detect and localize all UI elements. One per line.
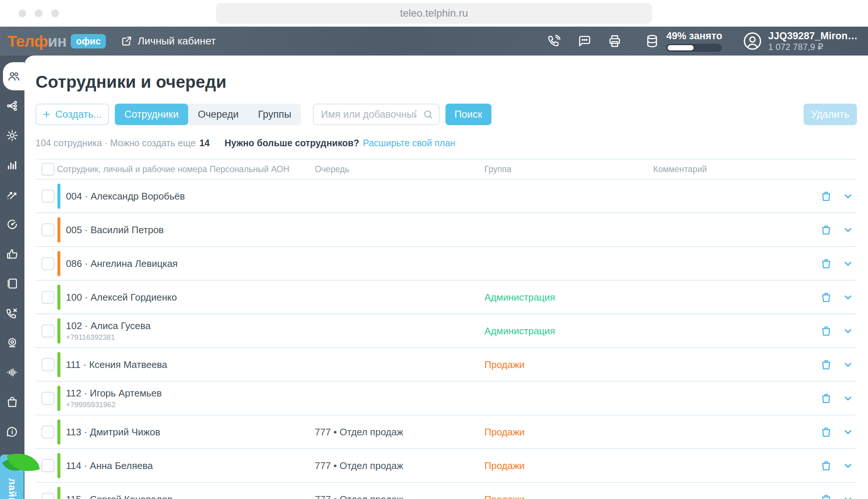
expand-row-icon[interactable]	[843, 494, 853, 499]
group-cell: Продажи	[484, 359, 525, 370]
employee-name: 115 · Сергей Коновалов	[66, 493, 173, 499]
delete-button[interactable]: Удалить	[804, 104, 857, 125]
row-checkbox[interactable]	[41, 493, 54, 499]
status-bar	[57, 184, 60, 209]
table-row[interactable]: 086 · Ангелина Левицкая	[36, 247, 857, 281]
sidebar-item-help[interactable]	[0, 417, 24, 446]
row-checkbox[interactable]	[41, 291, 54, 304]
phone-icon[interactable]	[547, 34, 561, 48]
table-row[interactable]: 113 · Дмитрий Чижов 777 • Отдел продаж П…	[36, 415, 857, 449]
address-bar[interactable]: teleo.telphin.ru	[216, 3, 652, 24]
create-button[interactable]: + Создать...	[36, 104, 109, 125]
avatar-icon	[743, 31, 762, 51]
delete-row-icon[interactable]	[820, 291, 832, 304]
sidebar-item-statistics[interactable]	[0, 150, 24, 180]
status-bar	[57, 352, 60, 377]
table-row[interactable]: 111 · Ксения Матвеева Продажи	[36, 348, 857, 382]
window-controls[interactable]	[19, 10, 59, 17]
tab-queues[interactable]: Очереди	[188, 104, 248, 125]
delete-row-icon[interactable]	[820, 224, 832, 236]
window-dot[interactable]	[51, 10, 59, 17]
sidebar-item-quality[interactable]	[0, 239, 24, 269]
printer-icon[interactable]	[608, 34, 622, 48]
delete-row-icon[interactable]	[820, 392, 832, 405]
row-checkbox[interactable]	[41, 392, 54, 405]
plus-icon: +	[43, 108, 50, 120]
delete-row-icon[interactable]	[820, 426, 832, 438]
employee-name: 004 · Александр Воробьёв	[66, 190, 185, 202]
expand-row-icon[interactable]	[843, 461, 853, 471]
delete-row-icon[interactable]	[820, 459, 832, 472]
table-row[interactable]: 112 · Игорь Артемьев +79995931962	[36, 382, 857, 415]
table-row[interactable]: 004 · Александр Воробьёв	[36, 180, 857, 213]
expand-row-icon[interactable]	[843, 359, 853, 370]
expand-row-icon[interactable]	[843, 225, 853, 235]
sidebar-item-missed-calls[interactable]	[0, 298, 24, 328]
table-row[interactable]: 115 · Сергей Коновалов 777 • Отдел прода…	[36, 483, 857, 499]
expand-row-icon[interactable]	[843, 292, 853, 302]
status-bar	[57, 419, 60, 445]
sidebar-item-records[interactable]	[0, 328, 24, 358]
expand-row-icon[interactable]	[843, 191, 853, 201]
employee-name-block: 113 · Дмитрий Чижов	[66, 426, 160, 438]
row-checkbox[interactable]	[41, 190, 54, 202]
tab-groups[interactable]: Группы	[248, 104, 301, 125]
table-body: 004 · Александр Воробьёв 005 · Василий П…	[36, 180, 857, 499]
online-chat-widget[interactable]: лайн	[0, 455, 24, 499]
sidebar-item-contacts[interactable]	[0, 269, 24, 298]
search-button[interactable]: Поиск	[445, 104, 491, 125]
personal-cabinet-link[interactable]: Личный кабинет	[121, 35, 216, 47]
telphin-logo[interactable]: Телфин офис	[7, 32, 106, 50]
expand-row-icon[interactable]	[843, 393, 853, 403]
expand-row-icon[interactable]	[843, 326, 853, 336]
cabinet-label: Личный кабинет	[138, 35, 216, 47]
table-row[interactable]: 100 · Алексей Гордиенко Администрация	[36, 281, 857, 314]
window-dot[interactable]	[35, 10, 43, 17]
share-network-icon	[6, 100, 19, 112]
sidebar-item-settings[interactable]	[0, 121, 24, 150]
thumb-up-icon	[6, 248, 19, 260]
employee-name: 114 · Анна Беляева	[66, 460, 153, 471]
storage-widget[interactable]: 49% занято	[645, 30, 722, 52]
expand-plan-link[interactable]: Расширьте свой план	[363, 138, 455, 148]
sidebar-item-routing[interactable]	[0, 91, 24, 121]
chat-widget-label: лайн	[6, 478, 18, 499]
dial-gauge-icon	[6, 218, 19, 231]
sidebar-item-dialer[interactable]	[0, 210, 24, 239]
delete-row-icon[interactable]	[820, 493, 832, 499]
row-checkbox[interactable]	[41, 257, 54, 270]
row-checkbox[interactable]	[41, 223, 54, 236]
search-input[interactable]	[313, 104, 440, 125]
select-all-checkbox[interactable]	[41, 163, 54, 176]
sidebar-item-audio[interactable]	[0, 358, 24, 387]
row-checkbox[interactable]	[41, 459, 54, 472]
table-row[interactable]: 102 · Алиса Гусева +79116392381 Админист…	[36, 314, 857, 348]
delete-row-icon[interactable]	[820, 190, 832, 202]
delete-row-icon[interactable]	[820, 358, 832, 371]
sidebar-item-employees[interactable]	[3, 62, 24, 90]
account-widget[interactable]: JJQ39287_Miron… 1 072 787,9 ₽	[743, 30, 858, 52]
delete-row-icon[interactable]	[820, 325, 832, 337]
row-checkbox[interactable]	[41, 425, 54, 438]
row-checkbox[interactable]	[41, 358, 54, 371]
expand-row-icon[interactable]	[843, 427, 853, 437]
employee-name-block: 111 · Ксения Матвеева	[66, 359, 167, 370]
row-checkbox[interactable]	[41, 324, 54, 337]
storage-usage-label: 49% занято	[666, 30, 722, 41]
database-icon	[645, 34, 660, 48]
users-icon	[7, 70, 20, 83]
delete-row-icon[interactable]	[820, 257, 832, 270]
employee-name-block: 005 · Василий Петров	[66, 224, 164, 235]
status-bar	[57, 487, 60, 499]
tab-employees[interactable]: Сотрудники	[115, 104, 188, 125]
window-dot[interactable]	[19, 10, 26, 17]
account-name: JJQ39287_Miron…	[768, 30, 858, 42]
chat-icon[interactable]	[577, 34, 591, 48]
table-row[interactable]: 114 · Анна Беляева 777 • Отдел продаж Пр…	[36, 449, 857, 483]
column-header-employee: Сотрудник, личный и рабочие номера	[57, 164, 207, 174]
sidebar-item-forwarding[interactable]	[0, 180, 24, 210]
table-row[interactable]: 005 · Василий Петров	[36, 213, 857, 247]
expand-row-icon[interactable]	[843, 258, 853, 269]
employee-name: 005 · Василий Петров	[66, 224, 164, 235]
sidebar-item-marketplace[interactable]	[0, 387, 24, 417]
